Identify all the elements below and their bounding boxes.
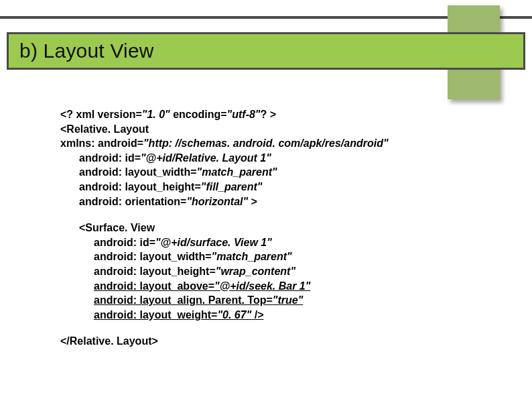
- code-line-15: </Relative. Layout>: [60, 334, 492, 349]
- code-line-4: android: id="@+id/Relative. Layout 1": [60, 151, 492, 166]
- code-text: <? xml version=: [60, 109, 142, 120]
- code-text: android: layout_width=: [79, 166, 197, 178]
- code-text: ? >: [260, 109, 276, 120]
- code-text: android: layout_height=: [79, 181, 201, 192]
- code-line-14: android: layout_weight="0. 67" />: [60, 308, 492, 323]
- title-bar: b) Layout View: [7, 32, 525, 70]
- code-line-5: android: layout_width="match_parent": [60, 165, 492, 180]
- code-text: android: layout_height=: [94, 266, 216, 277]
- code-line-6: android: layout_height="fill_parent": [60, 180, 492, 194]
- code-text: android: layout_weight=: [94, 309, 217, 321]
- code-text: "@+id/surface. View 1": [155, 237, 272, 248]
- code-line-9: android: id="@+id/surface. View 1": [60, 235, 492, 250]
- spacer: [60, 209, 492, 221]
- code-text: android: layout_align. Parent. Top=: [94, 294, 273, 306]
- code-line-1: <? xml version="1. 0" encoding="utf-8"? …: [60, 107, 492, 122]
- code-text: />: [251, 309, 263, 321]
- code-block: <? xml version="1. 0" encoding="utf-8"? …: [60, 107, 492, 386]
- code-text: encoding=: [170, 109, 227, 120]
- code-text: "1. 0": [142, 109, 170, 120]
- code-text: "horizontal": [186, 196, 248, 207]
- code-text: <Surface. View: [79, 222, 155, 233]
- slide-title: b) Layout View: [9, 40, 154, 62]
- code-text: android: orientation=: [79, 196, 186, 207]
- code-text: "@+id/Relative. Layout 1": [141, 152, 271, 164]
- slide: b) Layout View <? xml version="1. 0" enc…: [0, 0, 532, 399]
- code-text: "wrap_content": [216, 266, 295, 277]
- code-line-3: xmlns: android="http: //schemas. android…: [60, 136, 492, 151]
- code-text: "match_parent": [197, 166, 277, 178]
- code-text: android: layout_above=: [94, 280, 214, 292]
- code-text: </Relative. Layout>: [60, 335, 158, 347]
- code-text: "0. 67": [217, 309, 251, 321]
- code-text: android: id=: [94, 237, 155, 248]
- code-text: android: id=: [79, 152, 141, 164]
- code-text: "match_parent": [212, 251, 292, 262]
- code-line-2: <Relative. Layout: [60, 122, 492, 137]
- code-text: <Relative. Layout: [60, 123, 149, 135]
- code-line-13: android: layout_align. Parent. Top="true…: [60, 293, 492, 308]
- code-text: xmlns: android=: [60, 137, 143, 149]
- code-line-12: android: layout_above="@+id/seek. Bar 1": [60, 279, 492, 294]
- code-text: "@+id/seek. Bar 1": [214, 280, 310, 292]
- code-text: "true": [273, 294, 303, 306]
- code-line-7: android: orientation="horizontal" >: [60, 194, 492, 209]
- code-text: "http: //schemas. android. com/apk/res/a…: [143, 137, 388, 149]
- code-text: "fill_parent": [201, 181, 263, 192]
- code-text: >: [248, 196, 257, 207]
- code-text: "utf-8": [227, 109, 261, 120]
- code-text: android: layout_width=: [94, 251, 212, 262]
- spacer: [60, 322, 492, 334]
- code-line-10: android: layout_width="match_parent": [60, 249, 492, 264]
- code-line-11: android: layout_height="wrap_content": [60, 264, 492, 279]
- code-line-8: <Surface. View: [60, 221, 492, 235]
